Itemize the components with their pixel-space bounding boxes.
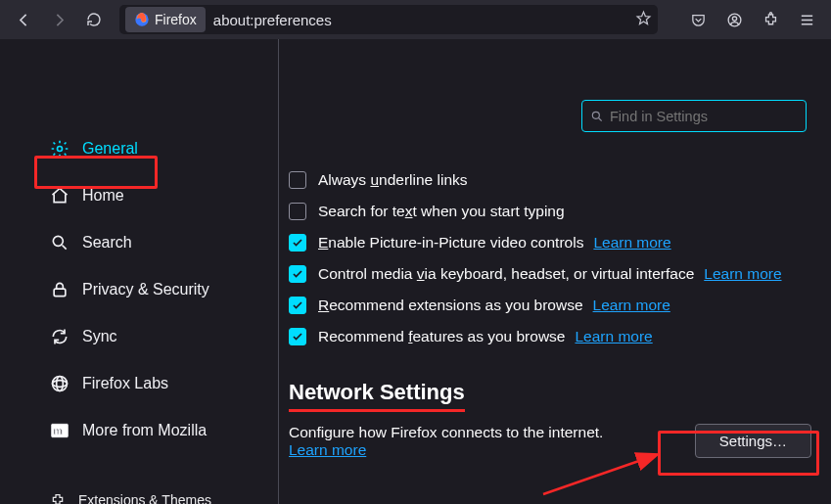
sidebar-item-sync[interactable]: Sync — [0, 315, 278, 358]
search-icon — [590, 110, 604, 123]
puzzle-icon — [49, 491, 67, 504]
firefox-logo-icon — [134, 12, 150, 27]
sidebar-item-more[interactable]: m More from Mozilla — [0, 409, 278, 452]
url-input[interactable] — [209, 12, 635, 28]
checkbox[interactable] — [289, 265, 306, 283]
sidebar-item-label: General — [82, 140, 138, 158]
checkbox[interactable] — [289, 203, 306, 220]
extensions-icon[interactable] — [754, 4, 787, 35]
svg-point-5 — [53, 236, 63, 246]
checkbox-label: Recommend features as you browse — [318, 328, 565, 345]
browser-toolbar: Firefox — [0, 0, 831, 39]
sync-icon — [49, 326, 70, 347]
sidebar-item-label: Home — [82, 187, 124, 205]
checkbox[interactable] — [289, 328, 306, 345]
settings-sidebar: General Home Search Privacy & Security S… — [0, 39, 279, 504]
checkbox-row: Enable Picture-in-Picture video controls… — [289, 234, 811, 252]
network-settings-heading: Network Settings — [289, 380, 811, 412]
checkbox-label: Recommend extensions as you browse — [318, 297, 583, 314]
lock-icon — [49, 279, 70, 300]
gear-icon — [49, 138, 70, 160]
checkbox-row: Recommend extensions as you browseLearn … — [289, 297, 811, 314]
checkbox-label: Enable Picture-in-Picture video controls — [318, 234, 583, 252]
checkbox-label: Always underline links — [318, 171, 468, 189]
url-bar[interactable]: Firefox — [119, 5, 658, 34]
network-description: Configure how Firefox connects to the in… — [289, 424, 603, 441]
svg-point-3 — [769, 12, 771, 14]
site-identity[interactable]: Firefox — [125, 7, 206, 32]
checkbox-label: Search for text when you start typing — [318, 203, 565, 220]
checkbox-label: Control media via keyboard, headset, or … — [318, 265, 694, 283]
checkbox-row: Always underline links — [289, 171, 811, 189]
pocket-icon[interactable] — [681, 4, 715, 35]
checkbox[interactable] — [289, 234, 306, 252]
find-in-settings[interactable] — [581, 100, 807, 132]
svg-point-8 — [53, 381, 68, 388]
find-input[interactable] — [610, 109, 798, 124]
checkbox[interactable] — [289, 297, 306, 314]
learn-more-link[interactable]: Learn more — [593, 234, 670, 252]
svg-text:m: m — [53, 425, 63, 436]
labs-icon — [49, 373, 70, 394]
forward-button[interactable] — [43, 4, 74, 35]
home-icon — [49, 185, 70, 206]
reload-button[interactable] — [78, 4, 110, 35]
checkbox-row: Control media via keyboard, headset, or … — [289, 265, 811, 283]
sidebar-item-general[interactable]: General — [0, 127, 278, 170]
mozilla-icon: m — [49, 420, 70, 441]
main-panel: Always underline linksSearch for text wh… — [279, 39, 831, 504]
learn-more-link[interactable]: Learn more — [593, 297, 670, 314]
back-button[interactable] — [8, 4, 39, 35]
identity-label: Firefox — [155, 12, 197, 27]
sidebar-item-labs[interactable]: Firefox Labs — [0, 362, 278, 405]
sidebar-item-label: More from Mozilla — [82, 422, 207, 439]
svg-point-2 — [732, 16, 736, 20]
sidebar-item-home[interactable]: Home — [0, 174, 278, 217]
sidebar-item-search[interactable]: Search — [0, 221, 278, 264]
svg-point-14 — [592, 112, 599, 118]
sidebar-item-label: Firefox Labs — [82, 375, 168, 392]
checkbox-row: Recommend features as you browseLearn mo… — [289, 328, 811, 345]
checkbox-row: Search for text when you start typing — [289, 203, 811, 220]
svg-point-4 — [58, 147, 63, 152]
sidebar-item-label: Search — [82, 234, 132, 252]
sidebar-item-privacy[interactable]: Privacy & Security — [0, 268, 278, 311]
account-icon[interactable] — [717, 4, 751, 35]
bookmark-star-icon[interactable] — [635, 10, 652, 29]
toolbar-right-icons — [681, 4, 823, 35]
network-settings-button[interactable]: Settings… — [695, 424, 811, 458]
svg-point-7 — [53, 377, 68, 391]
sidebar-sub-label: Extensions & Themes — [78, 492, 211, 504]
sidebar-sub-extensions[interactable]: Extensions & Themes — [0, 484, 278, 504]
sidebar-item-label: Privacy & Security — [82, 281, 209, 298]
svg-point-9 — [57, 377, 64, 391]
learn-more-link[interactable]: Learn more — [704, 265, 781, 283]
search-icon — [49, 232, 70, 253]
menu-icon[interactable] — [790, 4, 823, 35]
learn-more-link[interactable]: Learn more — [575, 328, 652, 345]
sidebar-item-label: Sync — [82, 328, 117, 345]
network-learn-more-link[interactable]: Learn more — [289, 441, 603, 459]
checkbox[interactable] — [289, 171, 306, 189]
svg-rect-6 — [54, 289, 66, 297]
